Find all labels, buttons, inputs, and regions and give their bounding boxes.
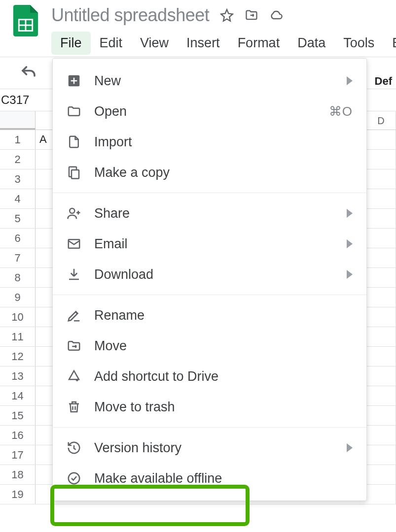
menu-move-label: Move	[94, 338, 353, 354]
select-all-corner[interactable]	[0, 111, 36, 130]
svg-point-5	[70, 208, 74, 213]
row-header[interactable]: 7	[0, 248, 36, 267]
menu-make-copy-label: Make a copy	[94, 165, 353, 180]
menu-separator	[53, 193, 366, 193]
name-box[interactable]: C317	[0, 93, 35, 107]
document-title[interactable]: Untitled spreadsheet	[51, 5, 209, 26]
row-header[interactable]: 9	[0, 288, 36, 307]
menu-new-label: New	[94, 73, 334, 89]
folder-icon	[67, 104, 81, 119]
menu-email[interactable]: Email	[53, 229, 366, 259]
menu-make-copy[interactable]: Make a copy	[53, 157, 366, 188]
submenu-arrow-icon	[347, 443, 353, 452]
menu-share[interactable]: Share	[53, 198, 366, 229]
submenu-arrow-icon	[347, 239, 353, 248]
menu-separator	[53, 295, 366, 295]
copy-icon	[67, 165, 81, 180]
menu-insert[interactable]: Insert	[178, 32, 229, 55]
menu-offline-label: Make available offline	[94, 471, 353, 486]
menu-extensions-partial[interactable]: Ext	[383, 32, 396, 55]
menubar: File Edit View Insert Format Data Tools …	[51, 32, 396, 55]
submenu-arrow-icon	[347, 270, 353, 279]
offline-icon	[67, 471, 81, 486]
history-icon	[67, 440, 81, 455]
row-header[interactable]: 12	[0, 347, 36, 366]
cloud-status-icon[interactable]	[269, 8, 283, 22]
row-header[interactable]: 10	[0, 307, 36, 327]
move-folder-icon[interactable]	[245, 8, 258, 22]
menu-trash[interactable]: Move to trash	[53, 392, 366, 422]
row-header[interactable]: 5	[0, 209, 36, 228]
file-dropdown-menu: New Open ⌘O Import Make a copy Share Ema…	[52, 58, 367, 501]
row-header[interactable]: 14	[0, 386, 36, 405]
sheets-logo-icon[interactable]	[12, 5, 39, 36]
submenu-arrow-icon	[347, 76, 353, 85]
menu-share-label: Share	[94, 206, 334, 221]
svg-rect-4	[72, 170, 79, 179]
row-header[interactable]: 18	[0, 465, 36, 484]
menu-open[interactable]: Open ⌘O	[53, 96, 366, 127]
row-header[interactable]: 1	[0, 130, 36, 149]
new-sheet-icon	[67, 73, 81, 88]
row-header[interactable]: 4	[0, 189, 36, 208]
undo-icon[interactable]	[20, 64, 37, 82]
row-header[interactable]: 16	[0, 426, 36, 445]
menu-email-label: Email	[94, 236, 334, 252]
menu-import[interactable]: Import	[53, 127, 366, 157]
menu-add-shortcut[interactable]: Add shortcut to Drive	[53, 361, 366, 392]
column-header-d[interactable]: D	[366, 111, 396, 130]
menu-rename-label: Rename	[94, 308, 353, 323]
row-header[interactable]: 19	[0, 485, 36, 504]
trash-icon	[67, 399, 81, 414]
menu-download[interactable]: Download	[53, 259, 366, 290]
row-header[interactable]: 15	[0, 406, 36, 425]
menu-format[interactable]: Format	[229, 32, 289, 55]
menu-open-label: Open	[94, 104, 316, 119]
menu-rename[interactable]: Rename	[53, 300, 366, 331]
menu-import-label: Import	[94, 134, 353, 150]
menu-new[interactable]: New	[53, 66, 366, 96]
row-header[interactable]: 3	[0, 169, 36, 189]
app-header: Untitled spreadsheet File Edit View Inse…	[0, 0, 396, 55]
menu-version-history-label: Version history	[94, 440, 334, 456]
menu-edit[interactable]: Edit	[91, 32, 132, 55]
row-header[interactable]: 17	[0, 445, 36, 465]
submenu-arrow-icon	[347, 209, 353, 218]
row-header[interactable]: 6	[0, 229, 36, 248]
move-icon	[67, 338, 81, 353]
email-icon	[67, 236, 81, 251]
menu-view[interactable]: View	[131, 32, 178, 55]
menu-file[interactable]: File	[51, 32, 91, 55]
menu-trash-label: Move to trash	[94, 399, 353, 415]
svg-point-7	[69, 473, 80, 484]
menu-tools[interactable]: Tools	[334, 32, 383, 55]
font-selector-partial[interactable]: Def	[375, 75, 392, 88]
download-icon	[67, 267, 81, 282]
row-header[interactable]: 2	[0, 150, 36, 169]
file-icon	[67, 134, 81, 149]
row-header[interactable]: 11	[0, 327, 36, 346]
star-icon[interactable]	[220, 8, 234, 22]
drive-shortcut-icon	[67, 369, 81, 384]
menu-add-shortcut-label: Add shortcut to Drive	[94, 369, 353, 384]
open-shortcut: ⌘O	[329, 104, 353, 119]
person-add-icon	[67, 206, 81, 221]
row-header[interactable]: 8	[0, 268, 36, 287]
menu-data[interactable]: Data	[288, 32, 334, 55]
row-header[interactable]: 13	[0, 366, 36, 386]
menu-download-label: Download	[94, 267, 334, 282]
menu-separator	[53, 427, 366, 428]
rename-icon	[67, 308, 81, 323]
menu-version-history[interactable]: Version history	[53, 432, 366, 463]
menu-make-available-offline[interactable]: Make available offline	[53, 463, 366, 494]
menu-move[interactable]: Move	[53, 331, 366, 361]
